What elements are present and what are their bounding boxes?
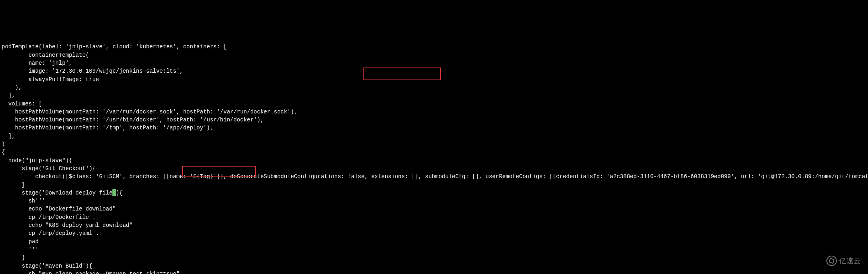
code-line: echo "K8S deploy yaml download" <box>2 222 133 228</box>
code-line: checkout([$class: 'GitSCM', branches: [[… <box>2 173 868 180</box>
code-line: alwaysPullImage: true <box>2 76 99 83</box>
code-line: name: 'jnlp', <box>2 60 72 66</box>
code-line: ) <box>2 141 5 147</box>
code-line: } <box>2 254 25 261</box>
code-line: image: '172.30.0.109/wujqc/jenkins-salve… <box>2 68 183 74</box>
code-line: hostPathVolume(mountPath: '/tmp', hostPa… <box>2 125 213 131</box>
code-line: volumes: [ <box>2 101 42 107</box>
code-line: sh''' <box>2 198 45 204</box>
code-line: hostPathVolume(mountPath: '/var/run/dock… <box>2 109 297 115</box>
code-line: ], <box>2 92 15 99</box>
code-line: node("jnlp-slave"){ <box>2 157 72 164</box>
code-line: ], <box>2 133 15 139</box>
code-line: cp /tmp/Dockerfile . <box>2 214 96 220</box>
code-line: containerTemplate( <box>2 52 89 58</box>
code-line: sh "mvn clean package -Dmaven.test.skip=… <box>2 271 180 274</box>
code-line: } <box>2 182 25 188</box>
code-line: cp /tmp/deploy.yaml . <box>2 230 99 236</box>
code-line: ), <box>2 84 22 91</box>
code-line: pwd <box>2 238 38 245</box>
code-line: { <box>2 149 5 155</box>
code-line: hostPathVolume(mountPath: '/usr/bin/dock… <box>2 117 264 123</box>
watermark-text: 亿速云 <box>839 256 861 266</box>
code-line: stage('Maven Build'){ <box>2 263 92 269</box>
code-line: echo "Dockerfile download" <box>2 206 116 212</box>
code-line: stage('Download deploy file){ <box>2 190 122 196</box>
watermark-icon <box>826 256 837 266</box>
code-line: podTemplate(label: 'jnlp-slave', cloud: … <box>2 44 227 50</box>
cursor-icon <box>112 189 116 195</box>
code-line: ''' <box>2 246 38 253</box>
credentials-id-1: 'a2c388ed-3110-4467-bf86-6038319ed099' <box>606 173 734 180</box>
watermark: 亿速云 <box>826 256 861 266</box>
code-line: stage('Git Checkout'){ <box>2 165 96 172</box>
code-block: podTemplate(label: 'jnlp-slave', cloud: … <box>0 32 868 274</box>
